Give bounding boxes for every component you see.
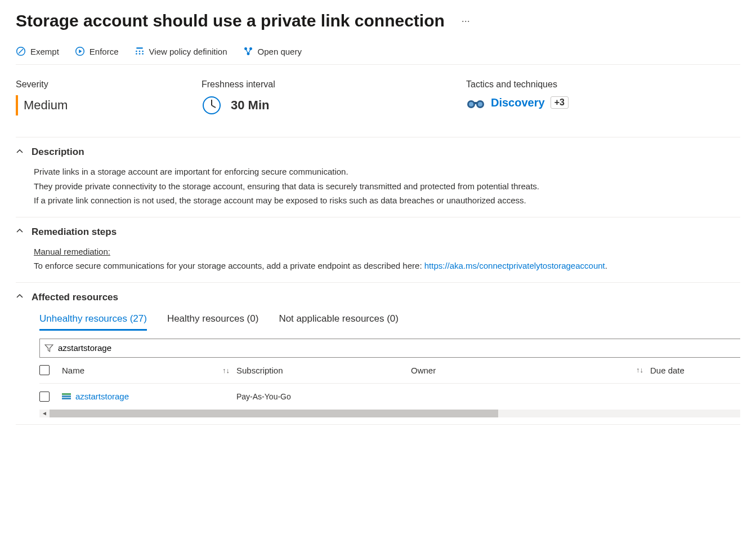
svg-line-1 [19, 49, 23, 54]
chevron-up-icon [16, 292, 24, 302]
description-toggle[interactable]: Description [16, 146, 740, 158]
tab-unhealthy[interactable]: Unhealthy resources (27) [39, 313, 147, 331]
description-body: Private links in a storage account are i… [16, 164, 740, 208]
tactics-label: Tactics and techniques [466, 79, 569, 90]
svg-rect-26 [62, 398, 71, 399]
exempt-icon [16, 46, 26, 56]
description-line: If a private link connection is not used… [34, 193, 740, 208]
svg-rect-25 [62, 395, 71, 397]
column-owner-label: Owner [411, 366, 436, 375]
binoculars-icon [466, 95, 485, 110]
freshness-value: 30 Min [231, 98, 269, 113]
row-subscription: Pay-As-You-Go [236, 392, 411, 401]
remediation-period: . [605, 261, 607, 270]
affected-section: Affected resources Unhealthy resources (… [16, 283, 740, 420]
column-header-owner[interactable]: Owner ↑↓ [411, 366, 650, 375]
filter-input[interactable] [58, 343, 736, 353]
svg-point-6 [142, 51, 144, 52]
info-row: Severity Medium Freshness interval 30 Mi… [16, 65, 740, 137]
column-name-label: Name [62, 366, 84, 375]
chevron-up-icon [16, 227, 24, 237]
svg-point-20 [469, 102, 473, 106]
severity-block: Severity Medium [16, 79, 202, 115]
column-header-due-date[interactable]: Due date [650, 366, 740, 375]
open-query-label: Open query [258, 47, 302, 56]
affected-title: Affected resources [32, 292, 118, 303]
sort-icon: ↑↓ [636, 366, 643, 374]
description-section: Description Private links in a storage a… [16, 137, 740, 217]
page-title: Storage account should use a private lin… [16, 11, 445, 30]
svg-line-14 [248, 49, 251, 54]
resources-table: Name ↑↓ Subscription Owner ↑↓ Due date [16, 358, 740, 410]
svg-point-8 [138, 53, 140, 55]
clock-icon [202, 95, 222, 115]
table-header: Name ↑↓ Subscription Owner ↑↓ Due date [39, 358, 740, 384]
resource-link[interactable]: azstartstorage [75, 392, 129, 401]
scroll-left-icon[interactable]: ◄ [39, 410, 50, 417]
column-due-label: Due date [650, 366, 685, 375]
exempt-label: Exempt [30, 47, 59, 56]
remediation-title: Remediation steps [32, 226, 117, 238]
svg-line-13 [245, 49, 248, 54]
enforce-icon [75, 46, 85, 56]
svg-point-5 [138, 51, 140, 52]
freshness-block: Freshness interval 30 Min [202, 79, 466, 115]
tactics-link[interactable]: Discovery [491, 96, 545, 109]
remediation-subtitle: Manual remediation: [34, 244, 740, 259]
more-actions-icon[interactable]: ··· [462, 15, 470, 27]
view-policy-label: View policy definition [149, 47, 227, 56]
column-header-subscription[interactable]: Subscription [236, 366, 411, 375]
tactics-block: Tactics and techniques Discovery +3 [466, 79, 569, 115]
storage-account-icon [62, 393, 71, 400]
svg-point-7 [136, 53, 137, 55]
scrollbar-thumb[interactable] [50, 410, 498, 417]
filter-input-wrap [39, 339, 740, 358]
view-policy-button[interactable]: View policy definition [135, 46, 227, 56]
table-row[interactable]: azstartstorage Pay-As-You-Go [39, 384, 740, 410]
chevron-up-icon [16, 148, 24, 157]
resource-tabs: Unhealthy resources (27) Healthy resourc… [16, 313, 740, 331]
severity-label: Severity [16, 79, 202, 90]
column-header-name[interactable]: Name ↑↓ [62, 366, 236, 375]
remediation-toggle[interactable]: Remediation steps [16, 226, 740, 238]
select-all-checkbox[interactable] [39, 365, 50, 375]
exempt-button[interactable]: Exempt [16, 46, 59, 56]
horizontal-scrollbar[interactable]: ◄ [39, 410, 740, 417]
query-icon [243, 46, 253, 56]
svg-rect-24 [62, 393, 71, 395]
remediation-link[interactable]: https://aka.ms/connectprivatelytostorage… [424, 261, 605, 270]
svg-marker-3 [79, 50, 82, 54]
description-line: Private links in a storage account are i… [34, 164, 740, 179]
filter-icon [44, 344, 53, 353]
severity-value: Medium [24, 98, 68, 113]
tab-not-applicable[interactable]: Not applicable resources (0) [279, 313, 399, 331]
open-query-button[interactable]: Open query [243, 46, 302, 56]
svg-point-9 [142, 53, 144, 55]
svg-marker-23 [45, 345, 53, 352]
enforce-button[interactable]: Enforce [75, 46, 119, 56]
column-subscription-label: Subscription [236, 366, 283, 375]
remediation-text: To enforce secure communications for you… [34, 261, 424, 270]
freshness-label: Freshness interval [202, 79, 466, 90]
row-checkbox[interactable] [39, 392, 50, 402]
svg-point-21 [478, 102, 482, 106]
remediation-body: Manual remediation: To enforce secure co… [16, 244, 740, 273]
svg-rect-22 [473, 102, 478, 104]
description-line: They provide private connectivity to the… [34, 179, 740, 194]
enforce-label: Enforce [90, 47, 119, 56]
policy-icon [135, 46, 145, 56]
tactics-more-badge[interactable]: +3 [551, 96, 569, 109]
svg-line-17 [212, 105, 216, 108]
affected-toggle[interactable]: Affected resources [16, 292, 740, 303]
severity-bar-icon [16, 95, 18, 115]
sort-icon: ↑↓ [222, 366, 230, 375]
tab-healthy[interactable]: Healthy resources (0) [167, 313, 259, 331]
remediation-section: Remediation steps Manual remediation: To… [16, 217, 740, 283]
svg-point-4 [136, 51, 137, 52]
description-title: Description [32, 146, 84, 158]
toolbar: Exempt Enforce View policy definition Op… [16, 46, 740, 65]
